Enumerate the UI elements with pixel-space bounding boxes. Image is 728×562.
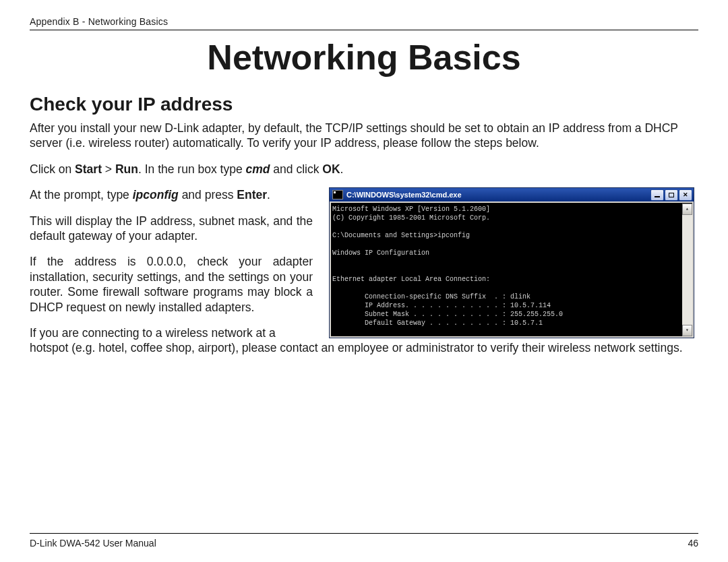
scroll-track[interactable] — [682, 215, 692, 325]
page-title: Networking Basics — [30, 37, 698, 77]
hotspot-lead-paragraph: If you are connecting to a wireless netw… — [30, 325, 313, 340]
two-column-row: At the prompt, type ipconfig and press E… — [30, 187, 698, 340]
left-column: At the prompt, type ipconfig and press E… — [30, 187, 313, 340]
text: and click — [270, 162, 323, 176]
bold-ok: OK — [322, 162, 340, 176]
text: > — [102, 162, 115, 176]
close-button[interactable] — [679, 189, 692, 201]
step1-paragraph: Click on Start > Run. In the run box typ… — [30, 162, 698, 177]
cmd-titlebar[interactable]: C:\WINDOWS\system32\cmd.exe — [330, 188, 694, 201]
zero-paragraph: If the address is 0.0.0.0, check your ad… — [30, 254, 313, 315]
footer-left: D-Link DWA-542 User Manual — [30, 538, 156, 549]
text: . — [340, 162, 344, 176]
breadcrumb-header: Appendix B - Networking Basics — [30, 16, 698, 30]
page-number: 46 — [688, 538, 698, 549]
section-heading: Check your IP address — [30, 94, 698, 115]
window-buttons — [650, 189, 692, 201]
cmd-icon — [332, 190, 343, 199]
cmd-title-text: C:\WINDOWS\system32\cmd.exe — [346, 191, 462, 199]
text: Click on — [30, 162, 75, 176]
text: and press — [179, 188, 237, 201]
text: At the prompt, type — [30, 188, 133, 201]
cmd-body-frame: Microsoft Windows XP [Version 5.1.2600] … — [330, 201, 694, 338]
intro-paragraph: After you install your new D-Link adapte… — [30, 121, 698, 151]
text: . — [267, 188, 270, 201]
bold-enter: Enter — [237, 188, 267, 201]
cmd-ipconfig: ipconfig — [133, 188, 179, 201]
cmd-text: cmd — [246, 162, 270, 176]
display-paragraph: This will display the IP address, subnet… — [30, 214, 313, 244]
maximize-button[interactable] — [665, 189, 678, 201]
page-footer: D-Link DWA-542 User Manual 46 — [30, 533, 698, 549]
cmd-output: Microsoft Windows XP [Version 5.1.2600] … — [332, 206, 563, 336]
hotspot-full-paragraph: hotspot (e.g. hotel, coffee shop, airpor… — [30, 340, 698, 355]
bold-run: Run — [115, 162, 138, 176]
step2-paragraph: At the prompt, type ipconfig and press E… — [30, 187, 313, 202]
right-column: C:\WINDOWS\system32\cmd.exe Microsoft Wi… — [329, 187, 698, 340]
minimize-button[interactable] — [650, 189, 664, 201]
bold-start: Start — [75, 162, 102, 176]
cmd-body[interactable]: Microsoft Windows XP [Version 5.1.2600] … — [331, 203, 692, 336]
text: . In the run box type — [138, 162, 246, 176]
page: Appendix B - Networking Basics Networkin… — [0, 0, 728, 562]
scroll-down-button[interactable]: ▾ — [682, 325, 692, 336]
cmd-window: C:\WINDOWS\system32\cmd.exe Microsoft Wi… — [329, 187, 694, 338]
scrollbar-vertical[interactable]: ▴ ▾ — [682, 204, 692, 336]
scroll-up-button[interactable]: ▴ — [682, 204, 692, 215]
